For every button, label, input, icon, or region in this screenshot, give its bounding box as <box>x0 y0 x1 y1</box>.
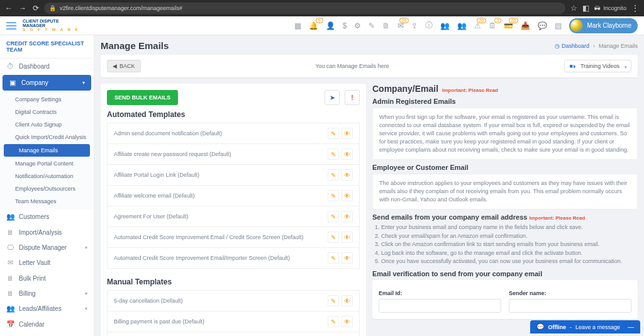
edit-icon[interactable]: ✎ <box>328 295 339 306</box>
minimize-icon[interactable]: — <box>628 323 634 330</box>
attach-icon[interactable]: 🗓3 <box>489 21 496 30</box>
verify-form: Email Id: Sender name: <box>372 280 638 319</box>
sub-manage-portal[interactable]: Manage Portal Content <box>0 157 94 170</box>
chat-widget[interactable]: 💬 Offline - Leave a message — <box>530 320 640 333</box>
star-icon[interactable]: ☆ <box>570 4 577 13</box>
info-icon[interactable]: ⓘ <box>425 20 433 31</box>
users-icon: 👥 <box>6 213 14 221</box>
share-icon[interactable]: ⇪ <box>411 21 418 30</box>
team-name[interactable]: CREDIT SCORE SPECIALIST TEAM <box>0 35 94 59</box>
browser-bar: ← → ⟳ 🔒 v2fire.clientdisputemanager.com/… <box>0 0 644 16</box>
page-header: Manage Emails ◷Dashboard › Manage Emails <box>101 39 638 55</box>
step-item: Check your email/spam for an Amazon emai… <box>381 232 638 241</box>
users-icon[interactable]: 👥 <box>440 21 450 30</box>
please-read-link-2[interactable]: Please Read <box>555 215 585 221</box>
edit-icon[interactable]: ✎ <box>328 316 339 327</box>
sub-manage-emails[interactable]: Manage Emails <box>4 144 90 157</box>
sub-company-settings[interactable]: Company Settings <box>0 93 94 106</box>
sub-notification[interactable]: Notification/Automation <box>0 170 94 182</box>
view-icon[interactable]: 👁 <box>341 128 353 139</box>
crumb-dashboard[interactable]: ◷Dashboard <box>555 43 589 49</box>
gear-icon[interactable]: ⚙ <box>354 21 361 30</box>
nav-back-icon[interactable]: ← <box>5 4 13 13</box>
edit-icon[interactable]: ✎ <box>328 211 339 222</box>
email-id-input[interactable] <box>379 299 501 313</box>
sidebar-item-dispute[interactable]: 🖵Dispute Manager▾ <box>0 240 94 255</box>
sidebar-item-bulk-print[interactable]: 🗎Bulk Print <box>0 271 94 286</box>
send-from-heading: Send emails from your company email addr… <box>372 213 638 221</box>
edit-icon[interactable]: ✎ <box>328 128 339 139</box>
layers-icon[interactable]: ▤ <box>555 21 562 30</box>
alert-icon[interactable]: ! <box>345 90 360 105</box>
view-icon[interactable]: 👁 <box>341 169 353 181</box>
company-email-heading: Company/Email Important: Please Read <box>372 84 638 94</box>
step-item: Enter your business email and company na… <box>381 223 638 232</box>
template-name: Admin send document notification (Defaul… <box>114 130 328 137</box>
edit-icon[interactable]: ✎ <box>328 252 339 264</box>
view-icon[interactable]: 👁 <box>341 211 353 222</box>
sub-client-auto-signup[interactable]: Client Auto Signup <box>0 118 94 131</box>
view-icon[interactable]: 👁 <box>341 190 353 201</box>
sender-name-input[interactable] <box>509 299 631 313</box>
chat-icon[interactable]: 💬 <box>538 21 547 30</box>
training-videos-button[interactable]: ■⏵ Training Videos ▾ <box>564 60 631 72</box>
edit-icon[interactable]: ✎ <box>328 148 339 160</box>
warn-icon[interactable]: ⚠20 <box>474 21 481 30</box>
doc-icon[interactable]: 🗎 <box>382 21 390 30</box>
please-read-link[interactable]: Please Read <box>469 87 498 93</box>
mail-icon[interactable]: ✉20 <box>397 21 404 30</box>
edit-icon[interactable]: ✎ <box>328 169 339 181</box>
sub-team-messages[interactable]: Team Messages <box>0 195 94 208</box>
inbox-icon[interactable]: 📥 <box>521 21 530 30</box>
hamburger-icon[interactable] <box>6 22 16 30</box>
menu-dots-icon[interactable]: ⋮ <box>631 4 639 13</box>
group-icon[interactable]: 👥 <box>457 21 467 30</box>
logo[interactable]: CLIENT DISPUTE MANAGER S O F T W A R E <box>23 19 86 33</box>
bell-icon[interactable]: 🔔5 <box>309 21 318 30</box>
user-icon[interactable]: 👤 <box>326 21 335 30</box>
gauge-icon: ◷ <box>555 43 560 49</box>
email-id-label: Email Id: <box>379 290 501 296</box>
chat-bubble-icon: 💬 <box>536 323 544 330</box>
sidebar-item-dashboard[interactable]: ⏱ Dashboard <box>0 59 94 74</box>
pencil-icon[interactable]: ✎ <box>369 21 375 30</box>
template-name: Affiliate create new password request (D… <box>114 151 328 157</box>
sidebar-item-letter-vault[interactable]: ✉Letter Vault <box>0 255 94 271</box>
sub-quick-import[interactable]: Quick Import/Credit Analysis <box>0 131 94 143</box>
user-pill[interactable]: Mark Clayborne <box>569 18 638 33</box>
edit-icon[interactable]: ✎ <box>328 232 339 243</box>
view-icon[interactable]: 👁 <box>341 252 353 264</box>
sidebar-item-calendar[interactable]: 📅Calendar <box>0 316 94 332</box>
step-item: Click on the Amazon confirmation link to… <box>381 240 638 249</box>
chevron-down-icon: ▾ <box>82 80 85 86</box>
sub-digital-contracts[interactable]: Digital Contracts <box>0 106 94 118</box>
address-bar[interactable]: 🔒 v2fire.clientdisputemanager.com/manage… <box>44 3 565 14</box>
sidebar-item-leads[interactable]: 👥Leads/Affiliates▾ <box>0 301 94 316</box>
view-icon[interactable]: 👁 <box>341 316 353 327</box>
sub-employees[interactable]: Employees/Outsourcers <box>0 182 94 195</box>
template-row: Billing payment is past due (Default)✎👁 <box>107 311 360 332</box>
back-button[interactable]: ◀ BACK <box>107 60 141 72</box>
template-row: Affiliate welcome email (Default)✎👁 <box>107 186 360 206</box>
view-icon[interactable]: 👁 <box>341 148 353 160</box>
nav-fwd-icon[interactable]: → <box>19 4 26 13</box>
edit-icon[interactable]: ✎ <box>328 190 339 201</box>
send-icon[interactable]: ➤ <box>325 90 340 105</box>
sidebar-item-billing[interactable]: 🗎Billing▾ <box>0 286 94 301</box>
card-icon[interactable]: 💳20 <box>504 21 513 30</box>
sidebar-item-import[interactable]: 🗎Import/Analysis <box>0 225 94 240</box>
ext-icon[interactable]: ◧ <box>582 4 589 13</box>
view-icon[interactable]: 👁 <box>341 295 353 306</box>
grid-icon[interactable]: ▦ <box>294 21 301 30</box>
dollar-icon[interactable]: $ <box>343 21 347 30</box>
send-bulk-button[interactable]: SEND BULK EMAILS <box>107 90 178 105</box>
template-row: Agreement For User (Default)✎👁 <box>107 206 360 227</box>
sidebar-item-customers[interactable]: 👥Customers <box>0 209 94 225</box>
view-icon[interactable]: 👁 <box>341 232 353 243</box>
sidebar-item-company[interactable]: ▣ Company ▾ <box>3 75 91 91</box>
admin-emails-text: When you first sign up for the software,… <box>372 108 638 160</box>
manual-list: 5-day cancellation (Default)✎👁Billing pa… <box>107 290 360 336</box>
calendar-icon: 📅 <box>6 320 14 328</box>
automated-list: Admin send document notification (Defaul… <box>107 123 360 269</box>
nav-reload-icon[interactable]: ⟳ <box>33 4 39 13</box>
